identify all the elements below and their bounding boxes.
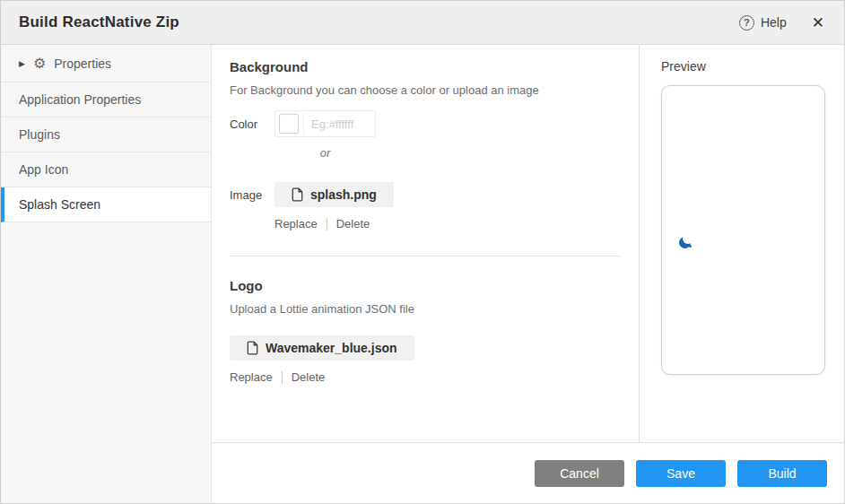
sidebar-item-splash-screen[interactable]: Splash Screen <box>1 187 211 222</box>
file-icon <box>247 341 258 355</box>
sidebar-item-app-icon[interactable]: App Icon <box>1 152 211 187</box>
logo-file-row: Wavemaker_blue.json <box>230 335 621 361</box>
section-divider <box>230 256 621 256</box>
background-section-description: For Background you can choose a color or… <box>230 83 621 97</box>
sidebar: ▶ ⚙ Properties Application Properties Pl… <box>1 45 212 503</box>
sidebar-item-label: Properties <box>54 56 111 71</box>
cancel-button[interactable]: Cancel <box>535 460 624 487</box>
build-button[interactable]: Build <box>737 460 827 487</box>
image-delete-link[interactable]: Delete <box>336 217 370 230</box>
build-reactnative-zip-dialog: Build ReactNative Zip ? Help ✕ ▶ ⚙ Prope… <box>0 0 845 504</box>
help-label: Help <box>761 15 787 30</box>
sidebar-item-label: Splash Screen <box>19 197 100 212</box>
dialog-footer: Cancel Save Build <box>212 443 844 503</box>
color-input[interactable] <box>304 117 372 131</box>
logo-replace-link[interactable]: Replace <box>230 370 273 384</box>
logo-section-description: Upload a Lottie animation JSON file <box>230 302 621 316</box>
logo-file-name: Wavemaker_blue.json <box>266 341 397 355</box>
splash-screen-settings: Background For Background you can choose… <box>212 45 639 442</box>
color-picker-field <box>274 110 376 137</box>
splash-preview-frame <box>661 85 825 375</box>
save-button[interactable]: Save <box>636 460 726 487</box>
dialog-title: Build ReactNative Zip <box>19 13 179 31</box>
expand-arrow-icon[interactable]: ▶ <box>19 59 25 68</box>
dialog-panels: Background For Background you can choose… <box>212 45 844 443</box>
sidebar-item-label: App Icon <box>19 162 68 177</box>
image-replace-link[interactable]: Replace <box>274 217 318 230</box>
lottie-logo-crescent-icon <box>679 237 692 249</box>
preview-panel: Preview <box>639 45 844 442</box>
dialog-header: Build ReactNative Zip ? Help ✕ <box>1 1 844 45</box>
background-section-title: Background <box>230 59 621 74</box>
sidebar-item-application-properties[interactable]: Application Properties <box>1 83 211 117</box>
image-label: Image <box>230 188 274 202</box>
logo-file-chip[interactable]: Wavemaker_blue.json <box>230 335 414 361</box>
image-file-chip[interactable]: splash.png <box>274 182 394 207</box>
sidebar-item-label: Application Properties <box>19 92 141 107</box>
link-divider <box>327 218 327 230</box>
preview-title: Preview <box>661 59 844 74</box>
dialog-right-column: Background For Background you can choose… <box>212 45 844 503</box>
close-icon[interactable]: ✕ <box>810 13 826 32</box>
help-button[interactable]: ? Help <box>739 15 787 30</box>
header-actions: ? Help ✕ <box>739 13 826 32</box>
logo-delete-link[interactable]: Delete <box>292 370 326 384</box>
link-divider <box>282 371 283 384</box>
gear-icon: ⚙ <box>33 56 46 71</box>
image-file-name: splash.png <box>310 187 377 202</box>
help-icon: ? <box>739 15 754 30</box>
image-actions: Replace Delete <box>274 217 621 230</box>
sidebar-item-label: Plugins <box>19 127 60 142</box>
or-separator-label: or <box>274 146 376 160</box>
dialog-body: ▶ ⚙ Properties Application Properties Pl… <box>1 45 844 503</box>
color-label: Color <box>230 117 274 131</box>
sidebar-item-properties[interactable]: ▶ ⚙ Properties <box>1 45 211 83</box>
color-swatch[interactable] <box>279 114 299 134</box>
logo-section-title: Logo <box>230 278 621 293</box>
logo-actions: Replace Delete <box>230 370 621 384</box>
sidebar-item-plugins[interactable]: Plugins <box>1 117 211 152</box>
color-field-row: Color <box>230 110 621 137</box>
image-field-row: Image splash.png <box>230 182 621 207</box>
file-icon <box>292 187 303 202</box>
